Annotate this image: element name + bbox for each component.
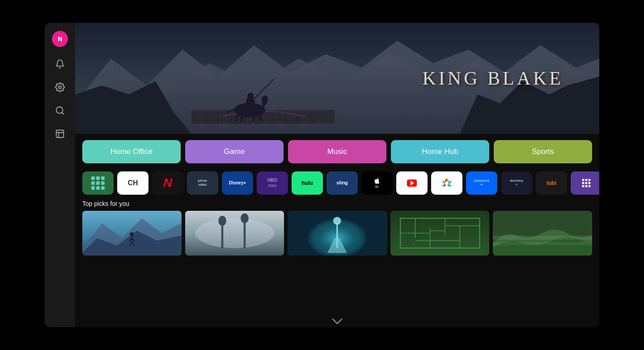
- more-apps-icon: [580, 177, 593, 189]
- app-disney[interactable]: Disney+: [222, 171, 253, 195]
- scroll-indicator: [75, 316, 599, 327]
- category-tabs: Home Office Game Music Home Hub Sports: [75, 134, 599, 170]
- svg-point-28: [247, 93, 254, 99]
- scroll-down-icon: [332, 318, 343, 324]
- pick-card-4[interactable]: [390, 211, 490, 256]
- tab-music[interactable]: Music: [288, 140, 386, 163]
- svg-point-42: [195, 218, 274, 248]
- svg-rect-3: [56, 130, 64, 138]
- svg-line-25: [253, 116, 254, 122]
- sidebar: N: [45, 23, 75, 327]
- tab-game[interactable]: Game: [185, 140, 284, 163]
- app-netflix[interactable]: N: [152, 171, 183, 195]
- top-picks-grid: [82, 211, 592, 256]
- app-sling[interactable]: sling: [326, 171, 358, 195]
- pick-card-2[interactable]: [185, 211, 284, 256]
- app-youtube[interactable]: [396, 171, 428, 195]
- hero-banner[interactable]: KING BLAKE: [75, 23, 599, 134]
- app-paramount[interactable]: paramount +: [466, 171, 497, 195]
- notifications-icon[interactable]: [54, 58, 66, 70]
- apps-grid-icon: [91, 176, 105, 190]
- pick-card-3[interactable]: [288, 211, 387, 256]
- svg-point-44: [218, 216, 226, 226]
- pick-card-5[interactable]: [493, 211, 592, 256]
- app-ch[interactable]: CH: [117, 171, 148, 195]
- app-apps[interactable]: [82, 171, 114, 195]
- svg-point-0: [59, 86, 61, 89]
- peacock-logo-icon: [439, 175, 455, 191]
- guide-icon[interactable]: [54, 128, 66, 140]
- top-picks-section: Top picks for you: [75, 198, 599, 316]
- search-icon[interactable]: [54, 104, 66, 117]
- svg-rect-62: [493, 236, 592, 240]
- app-more[interactable]: [571, 171, 599, 195]
- app-prime[interactable]: prime video: [187, 171, 218, 195]
- top-picks-label: Top picks for you: [82, 200, 592, 207]
- user-avatar[interactable]: N: [52, 31, 68, 47]
- apps-row: CH N prime video Disney+ HBO: [75, 170, 599, 198]
- app-hulu[interactable]: hulu: [292, 171, 323, 195]
- tv-frame: N: [45, 23, 599, 327]
- svg-line-2: [62, 112, 64, 114]
- main-content: KING BLAKE Home Office Game Music Home H…: [75, 23, 599, 327]
- tab-sports[interactable]: Sports: [494, 140, 592, 163]
- svg-point-46: [241, 213, 249, 223]
- app-tubi[interactable]: tubi: [536, 171, 567, 195]
- tab-home-office[interactable]: Home Office: [82, 140, 181, 163]
- pick-card-1[interactable]: [82, 211, 182, 256]
- hero-title: KING BLAKE: [423, 68, 564, 89]
- tab-home-hub[interactable]: Home Hub: [391, 140, 489, 163]
- svg-rect-63: [493, 242, 592, 245]
- app-discovery[interactable]: discovery +: [501, 171, 532, 195]
- app-peacock[interactable]: [431, 171, 462, 195]
- svg-point-50: [333, 217, 341, 225]
- app-hbomax[interactable]: HBO max: [257, 171, 288, 195]
- settings-icon[interactable]: [54, 81, 66, 94]
- app-appletv[interactable]: tv: [361, 171, 393, 195]
- svg-point-31: [445, 181, 448, 184]
- svg-point-35: [130, 232, 134, 236]
